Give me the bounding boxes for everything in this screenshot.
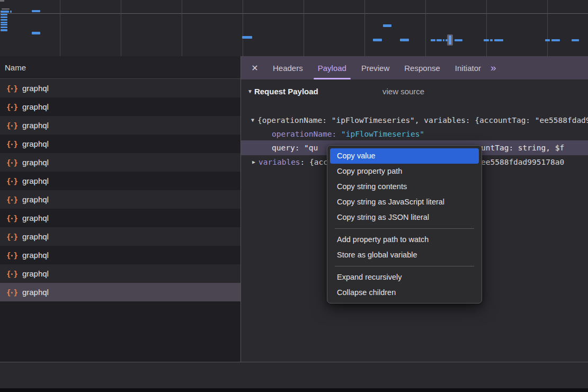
timeline-gridline	[425, 0, 426, 56]
waterfall-bar	[484, 39, 489, 41]
json-braces-icon: {}	[6, 288, 18, 297]
request-row[interactable]: {}graphql	[0, 116, 240, 135]
waterfall-bar	[1, 16, 7, 18]
menu-separator	[335, 228, 474, 229]
timeline-gridline	[121, 0, 121, 56]
request-row[interactable]: {}graphql	[0, 79, 240, 97]
payload-row-operation-name[interactable]: operationName: "ipFlowTimeseries"	[241, 127, 588, 141]
request-row[interactable]: {}graphql	[0, 227, 240, 246]
detail-tabbar: ✕ HeadersPayloadPreviewResponseInitiator…	[241, 56, 588, 79]
waterfall-bar	[10, 11, 12, 13]
menu-item-copy-value[interactable]: Copy value	[330, 148, 479, 164]
menu-item-collapse-children[interactable]: Collapse children	[330, 285, 479, 300]
column-header-name[interactable]: Name	[0, 56, 240, 79]
devtools-network-panel: Name {}graphql{}graphql{}graphql{}graphq…	[0, 0, 588, 392]
tab-label: Preview	[361, 64, 389, 73]
request-row[interactable]: {}graphql	[0, 135, 240, 153]
request-name: graphql	[22, 269, 49, 278]
timeline-gridline	[364, 0, 365, 56]
json-braces-icon: {}	[6, 270, 18, 278]
menu-item-copy-string-as-javascript-literal[interactable]: Copy string as JavaScript literal	[330, 194, 479, 210]
tab-payload[interactable]: Payload	[310, 56, 354, 79]
menu-item-copy-property-path[interactable]: Copy property path	[330, 164, 479, 179]
menu-item-copy-string-as-json-literal[interactable]: Copy string as JSON literal	[330, 210, 479, 225]
waterfall-bar	[494, 39, 503, 41]
menu-item-store-as-global-variable[interactable]: Store as global variable	[330, 247, 479, 263]
request-row[interactable]: {}graphql	[0, 97, 240, 116]
query-value-fragment: untTag: string, $f	[481, 140, 564, 155]
request-list: {}graphql{}graphql{}graphql{}graphql{}gr…	[0, 79, 240, 301]
request-name: graphql	[22, 195, 49, 204]
json-braces-icon: {}	[6, 177, 18, 185]
timeline-gridline	[304, 0, 304, 56]
tab-label: Headers	[273, 64, 303, 73]
waterfall-bar	[455, 39, 462, 41]
json-braces-icon: {}	[6, 251, 18, 260]
property-key-value-fragment: query: "qu	[272, 144, 318, 152]
timeline-gridline	[547, 0, 548, 56]
request-row[interactable]: {}graphql	[0, 209, 240, 227]
tab-response[interactable]: Response	[397, 56, 448, 79]
timeline-gridline	[486, 0, 487, 56]
corner-mark	[0, 0, 4, 2]
requests-panel: Name {}graphql{}graphql{}graphql{}graphq…	[0, 56, 240, 362]
variables-preview-fragment: ee5588fdad995178a0	[481, 155, 564, 169]
json-braces-icon: {}	[6, 84, 18, 93]
request-payload-section[interactable]: ▼Request Payload view source	[247, 87, 588, 96]
request-name: graphql	[22, 251, 49, 260]
waterfall-bar	[400, 39, 409, 41]
timeline-gridline	[243, 0, 243, 56]
tab-initiator[interactable]: Initiator	[448, 56, 488, 79]
tab-label: Initiator	[455, 64, 481, 73]
request-row[interactable]: {}graphql	[0, 172, 240, 190]
tab-headers[interactable]: Headers	[265, 56, 310, 79]
more-tabs-icon[interactable]: »	[491, 62, 496, 74]
payload-root-row[interactable]: ▼{operationName: "ipFlowTimeseries", var…	[241, 113, 588, 127]
json-braces-icon: {}	[6, 233, 18, 241]
timeline-scrubber[interactable]	[447, 34, 453, 46]
request-row[interactable]: {}graphql	[0, 283, 240, 301]
context-menu: Copy valueCopy property pathCopy string …	[327, 145, 482, 304]
menu-item-add-property-path-to-watch[interactable]: Add property path to watch	[330, 232, 479, 247]
menu-item-expand-recursively[interactable]: Expand recursively	[330, 270, 479, 285]
request-row[interactable]: {}graphql	[0, 264, 240, 283]
waterfall-bar	[545, 39, 550, 41]
json-braces-icon: {}	[6, 140, 18, 148]
network-overview-timeline[interactable]	[0, 0, 588, 57]
waterfall-bar	[1, 11, 9, 13]
waterfall-bar	[572, 39, 579, 41]
waterfall-bar	[32, 32, 40, 34]
timeline-gridline	[182, 0, 182, 56]
json-braces-icon: {}	[6, 103, 18, 111]
menu-item-copy-string-contents[interactable]: Copy string contents	[330, 179, 479, 194]
expand-triangle-icon[interactable]: ▶	[252, 159, 255, 165]
json-braces-icon: {}	[6, 214, 18, 222]
tab-preview[interactable]: Preview	[354, 56, 397, 79]
request-row[interactable]: {}graphql	[0, 153, 240, 172]
waterfall-bar	[1, 24, 7, 25]
request-name: graphql	[22, 213, 49, 222]
waterfall-bar	[1, 29, 7, 31]
waterfall-bar	[373, 39, 382, 41]
window-bottom-edge	[0, 388, 588, 392]
scrubber-tick	[449, 35, 451, 44]
collapse-triangle-icon[interactable]: ▼	[251, 117, 254, 123]
json-braces-icon: {}	[6, 121, 18, 130]
request-name: graphql	[22, 121, 49, 130]
request-name: graphql	[22, 176, 49, 185]
close-icon[interactable]: ✕	[250, 63, 260, 73]
collapse-triangle-icon[interactable]: ▼	[247, 88, 253, 94]
waterfall-bar	[443, 39, 444, 41]
property-key: operationName:	[272, 130, 336, 138]
request-name: graphql	[22, 288, 49, 297]
property-value: "ipFlowTimeseries"	[341, 130, 424, 138]
request-row[interactable]: {}graphql	[0, 246, 240, 264]
request-name: graphql	[22, 139, 49, 148]
request-row[interactable]: {}graphql	[0, 190, 240, 209]
view-source-link[interactable]: view source	[382, 87, 424, 96]
waterfall-bar	[2, 8, 10, 10]
section-title: Request Payload	[254, 87, 318, 96]
waterfall-bar	[431, 39, 435, 41]
json-braces-icon: {}	[6, 158, 18, 167]
summary-bar	[0, 362, 588, 388]
